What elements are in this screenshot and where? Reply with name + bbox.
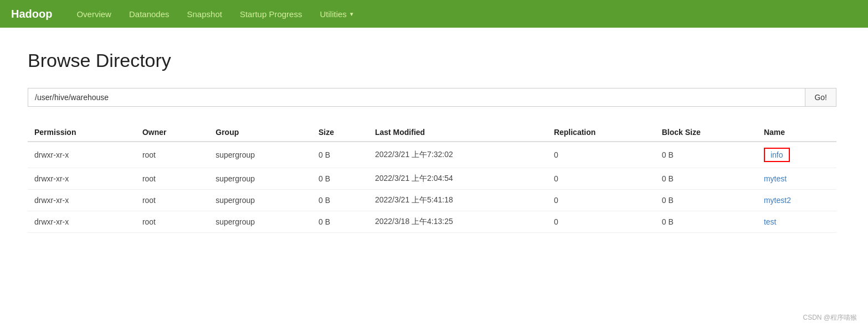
cell-group: supergroup bbox=[209, 190, 312, 211]
go-button[interactable]: Go! bbox=[805, 88, 836, 106]
navbar: Hadoop Overview Datanodes Snapshot Start… bbox=[0, 0, 868, 28]
cell-name: info bbox=[757, 142, 836, 168]
nav-item-datanodes[interactable]: Datanodes bbox=[121, 9, 177, 19]
col-block-size: Block Size bbox=[655, 123, 757, 142]
cell-block-size: 0 B bbox=[655, 168, 757, 190]
directory-table: Permission Owner Group Size Last Modifie… bbox=[28, 123, 836, 233]
nav-item-overview[interactable]: Overview bbox=[69, 9, 119, 19]
cell-permission: drwxr-xr-x bbox=[28, 142, 136, 168]
nav-item-startup-progress[interactable]: Startup Progress bbox=[232, 9, 310, 19]
cell-replication: 0 bbox=[547, 142, 655, 168]
nav-link-snapshot[interactable]: Snapshot bbox=[179, 6, 230, 22]
nav-link-datanodes[interactable]: Datanodes bbox=[121, 6, 177, 22]
cell-name: test bbox=[757, 211, 836, 233]
col-last-modified: Last Modified bbox=[368, 123, 547, 142]
cell-replication: 0 bbox=[547, 190, 655, 211]
cell-last-modified: 2022/3/21 上午2:04:54 bbox=[368, 168, 547, 190]
cell-permission: drwxr-xr-x bbox=[28, 211, 136, 233]
table-row: drwxr-xr-xrootsupergroup0 B2022/3/21 上午7… bbox=[28, 142, 836, 168]
cell-group: supergroup bbox=[209, 211, 312, 233]
file-link[interactable]: test bbox=[764, 217, 777, 226]
cell-block-size: 0 B bbox=[655, 211, 757, 233]
cell-replication: 0 bbox=[547, 168, 655, 190]
cell-owner: root bbox=[136, 190, 209, 211]
table-body: drwxr-xr-xrootsupergroup0 B2022/3/21 上午7… bbox=[28, 142, 836, 233]
main-content: Browse Directory Go! Permission Owner Gr… bbox=[0, 28, 868, 255]
col-group: Group bbox=[209, 123, 312, 142]
cell-owner: root bbox=[136, 168, 209, 190]
dropdown-arrow-icon: ▼ bbox=[349, 11, 355, 17]
cell-size: 0 B bbox=[312, 211, 368, 233]
col-size: Size bbox=[312, 123, 368, 142]
cell-size: 0 B bbox=[312, 190, 368, 211]
nav-link-overview[interactable]: Overview bbox=[69, 6, 119, 22]
table-header: Permission Owner Group Size Last Modifie… bbox=[28, 123, 836, 142]
nav-link-utilities[interactable]: Utilities ▼ bbox=[312, 6, 362, 22]
cell-owner: root bbox=[136, 142, 209, 168]
cell-size: 0 B bbox=[312, 168, 368, 190]
col-permission: Permission bbox=[28, 123, 136, 142]
nav-link-utilities-label: Utilities bbox=[320, 9, 346, 19]
cell-permission: drwxr-xr-x bbox=[28, 190, 136, 211]
col-owner: Owner bbox=[136, 123, 209, 142]
cell-name: mytest bbox=[757, 168, 836, 190]
cell-permission: drwxr-xr-x bbox=[28, 168, 136, 190]
nav-item-snapshot[interactable]: Snapshot bbox=[179, 9, 230, 19]
cell-replication: 0 bbox=[547, 211, 655, 233]
search-bar: Go! bbox=[28, 88, 836, 107]
file-link[interactable]: mytest2 bbox=[764, 196, 791, 205]
nav-item-utilities[interactable]: Utilities ▼ bbox=[312, 6, 362, 22]
table-row: drwxr-xr-xrootsupergroup0 B2022/3/21 上午2… bbox=[28, 168, 836, 190]
cell-group: supergroup bbox=[209, 142, 312, 168]
table-header-row: Permission Owner Group Size Last Modifie… bbox=[28, 123, 836, 142]
cell-last-modified: 2022/3/21 上午7:32:02 bbox=[368, 142, 547, 168]
search-input[interactable] bbox=[28, 88, 805, 106]
table-row: drwxr-xr-xrootsupergroup0 B2022/3/18 上午4… bbox=[28, 211, 836, 233]
navbar-brand[interactable]: Hadoop bbox=[11, 8, 52, 20]
nav-link-startup-progress[interactable]: Startup Progress bbox=[232, 6, 310, 22]
cell-name: mytest2 bbox=[757, 190, 836, 211]
cell-last-modified: 2022/3/21 上午5:41:18 bbox=[368, 190, 547, 211]
cell-block-size: 0 B bbox=[655, 142, 757, 168]
page-title: Browse Directory bbox=[28, 50, 840, 71]
cell-block-size: 0 B bbox=[655, 190, 757, 211]
col-replication: Replication bbox=[547, 123, 655, 142]
cell-size: 0 B bbox=[312, 142, 368, 168]
col-name: Name bbox=[757, 123, 836, 142]
file-link[interactable]: mytest bbox=[764, 174, 787, 183]
cell-last-modified: 2022/3/18 上午4:13:25 bbox=[368, 211, 547, 233]
table-row: drwxr-xr-xrootsupergroup0 B2022/3/21 上午5… bbox=[28, 190, 836, 211]
navbar-nav: Overview Datanodes Snapshot Startup Prog… bbox=[69, 6, 362, 22]
cell-group: supergroup bbox=[209, 168, 312, 190]
cell-owner: root bbox=[136, 211, 209, 233]
file-link[interactable]: info bbox=[764, 148, 790, 162]
